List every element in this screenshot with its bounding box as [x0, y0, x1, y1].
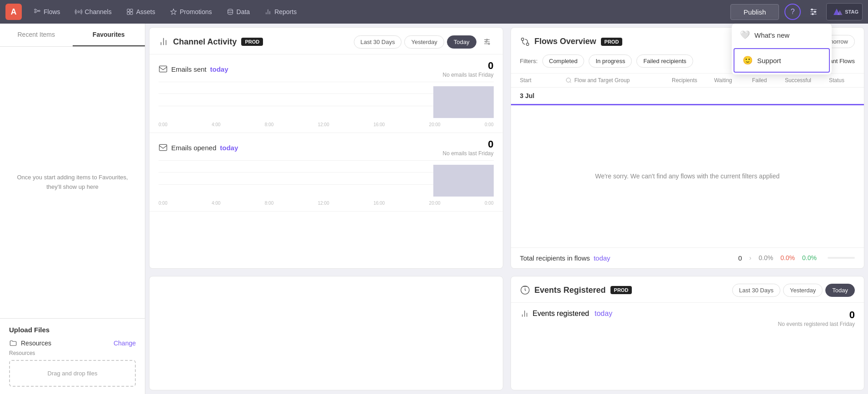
svg-rect-2	[39, 10, 40, 12]
channel-activity-bottom	[149, 276, 503, 391]
events-label: Events registered today	[520, 309, 613, 318]
total-recipients-value: 0	[738, 254, 742, 262]
time-btn-today[interactable]: Today	[447, 35, 476, 49]
emails-sent-sub: No emails last Friday	[442, 72, 493, 78]
filter-failed-recipients[interactable]: Failed recipients	[636, 54, 693, 68]
chart-bar-2	[433, 165, 494, 197]
events-time-today[interactable]: Today	[825, 284, 855, 297]
flows-footer-label: Total recipients in flows today	[520, 254, 610, 262]
logo[interactable]: A	[5, 4, 22, 20]
events-time-last30[interactable]: Last 30 Days	[732, 284, 780, 297]
events-header: Events Registered PROD Last 30 Days Yest…	[511, 276, 864, 303]
emails-opened-chart: 0:004:008:0012:0016:0020:000:00	[159, 160, 494, 206]
change-folder-link[interactable]: Change	[114, 340, 136, 347]
help-button[interactable]: ?	[784, 4, 801, 20]
nav-promotions[interactable]: Promotions	[164, 5, 218, 18]
svg-point-38	[566, 78, 570, 82]
flows-table-header: Start Flow and Target Group Recipients W…	[511, 74, 864, 88]
channel-activity-time-controls: Last 30 Days Yesterday Today	[354, 35, 476, 49]
upload-title: Upload Files	[9, 326, 136, 334]
flows-footer: Total recipients in flows today 0 › 0.0%…	[511, 247, 864, 268]
nav-channels[interactable]: Channels	[69, 5, 118, 18]
tab-recent-items[interactable]: Recent Items	[0, 24, 73, 46]
drag-drop-zone[interactable]: Drag and drop files	[9, 360, 136, 387]
flows-footer-stats: 0 › 0.0% 0.0% 0.0%	[738, 254, 855, 262]
nav-data[interactable]: Data	[220, 5, 257, 18]
svg-rect-6	[127, 9, 129, 11]
nav-flows[interactable]: Flows	[27, 5, 67, 18]
svg-point-17	[811, 9, 813, 10]
svg-rect-9	[130, 12, 132, 15]
svg-rect-35	[159, 144, 167, 150]
emails-opened-sub: No emails last Friday	[442, 150, 493, 157]
channel-activity-badge: PROD	[241, 38, 263, 46]
svg-rect-8	[127, 12, 129, 15]
flows-date-row: 3 Jul	[511, 88, 864, 105]
svg-point-32	[486, 41, 487, 43]
whats-new-item[interactable]: 🤍 What's new	[732, 24, 832, 46]
col-start: Start	[520, 77, 565, 84]
filter-completed[interactable]: Completed	[542, 54, 585, 68]
filter-in-progress[interactable]: In progress	[589, 54, 632, 68]
sidebar: Recent Items Favourites Once you start a…	[0, 24, 145, 394]
svg-rect-1	[35, 11, 36, 13]
events-chart-section: Events registered today 0 No events regi…	[511, 303, 864, 334]
channel-settings-icon[interactable]	[480, 35, 494, 49]
sidebar-empty-state: Once you start adding items to Favourite…	[0, 47, 145, 318]
col-waiting: Waiting	[705, 77, 741, 84]
channel-activity-panel: Channel Activity PROD Last 30 Days Yeste…	[149, 27, 503, 269]
col-status: Status	[818, 77, 855, 84]
svg-point-37	[526, 43, 529, 45]
stat-pct-red: 0.0%	[780, 254, 795, 261]
publish-button[interactable]: Publish	[730, 4, 779, 20]
nav-reports[interactable]: Reports	[258, 5, 303, 18]
upload-subtext: Resources	[9, 350, 136, 356]
flows-overview-title: Flows Overview PROD	[520, 37, 623, 47]
stat-pct-gray: 0.0%	[759, 254, 773, 261]
stat-pct-green: 0.0%	[802, 254, 817, 261]
svg-rect-34	[159, 66, 167, 72]
emails-sent-section: Emails sent today 0 No emails last Frida…	[149, 54, 503, 133]
heart-icon: 🤍	[740, 30, 750, 40]
support-item[interactable]: 🙂 Support	[734, 48, 830, 73]
svg-rect-7	[130, 9, 132, 11]
svg-line-4	[36, 11, 38, 12]
svg-point-19	[812, 13, 813, 15]
stag-button[interactable]: STAG	[826, 3, 863, 20]
svg-line-39	[570, 82, 571, 83]
events-badge: PROD	[610, 286, 632, 294]
nav-assets[interactable]: Assets	[120, 5, 162, 18]
chevron-right-icon: ›	[749, 254, 752, 261]
col-flow: Flow and Target Group	[565, 77, 665, 84]
flows-badge: PROD	[601, 38, 623, 46]
top-nav: A Flows Channels Assets Promotions Data …	[0, 0, 868, 24]
channel-activity-header: Channel Activity PROD Last 30 Days Yeste…	[149, 28, 503, 54]
emails-opened-section: Emails opened today 0 No emails last Fri…	[149, 133, 503, 212]
chart-bar	[433, 86, 494, 118]
svg-point-18	[814, 11, 816, 12]
svg-point-33	[488, 43, 490, 44]
time-btn-last30[interactable]: Last 30 Days	[354, 35, 402, 49]
svg-line-3	[36, 10, 38, 11]
dropdown-menu: 🤍 What's new 🙂 Support	[732, 24, 832, 74]
col-failed: Failed	[741, 77, 778, 84]
events-time-yesterday[interactable]: Yesterday	[783, 284, 823, 297]
settings-button[interactable]	[805, 4, 822, 20]
svg-rect-0	[35, 9, 36, 10]
stat-bar	[828, 257, 855, 259]
channel-activity-title: Channel Activity PROD	[159, 37, 263, 47]
filter-label: Filters:	[520, 58, 538, 64]
events-title: Events Registered PROD	[520, 285, 632, 295]
chart-x-axis-2: 0:004:008:0012:0016:0020:000:00	[159, 201, 494, 206]
sidebar-tabs: Recent Items Favourites	[0, 24, 145, 47]
events-time-controls: Last 30 Days Yesterday Today	[732, 284, 855, 297]
time-btn-yesterday[interactable]: Yesterday	[404, 35, 444, 49]
upload-files-section: Upload Files Resources Change Resources …	[0, 318, 145, 394]
events-registered-panel: Events Registered PROD Last 30 Days Yest…	[511, 276, 865, 391]
smiley-icon: 🙂	[743, 55, 753, 65]
flows-empty-state: We're sorry. We can't find any flows wit…	[511, 105, 864, 247]
events-sub: No events registered last Friday	[778, 321, 855, 327]
tab-favourites[interactable]: Favourites	[73, 24, 145, 46]
chart-x-axis: 0:004:008:0012:0016:0020:000:00	[159, 122, 494, 127]
main-layout: Recent Items Favourites Once you start a…	[0, 24, 868, 394]
